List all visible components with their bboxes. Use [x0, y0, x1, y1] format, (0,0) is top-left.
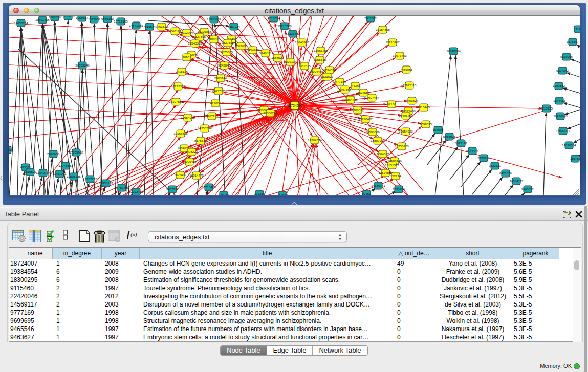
svg-text:9474444: 9474444 [466, 149, 479, 152]
svg-text:16543382: 16543382 [188, 41, 202, 45]
svg-text:10654112: 10654112 [509, 179, 524, 183]
svg-text:18807249: 18807249 [371, 139, 385, 142]
svg-text:19384554: 19384554 [308, 138, 322, 142]
svg-text:16961758: 16961758 [314, 49, 328, 52]
svg-text:20364436: 20364436 [343, 98, 358, 101]
svg-text:1575107: 1575107 [567, 40, 579, 43]
svg-text:125034: 125034 [219, 193, 229, 195]
svg-text:7955812: 7955812 [314, 58, 326, 61]
svg-text:8454749: 8454749 [247, 48, 259, 52]
svg-text:9327505: 9327505 [193, 35, 206, 38]
svg-text:16033809: 16033809 [207, 17, 221, 21]
svg-text:1065326: 1065326 [49, 16, 61, 19]
svg-text:417006: 417006 [210, 101, 221, 105]
svg-text:11353594: 11353594 [198, 126, 212, 130]
svg-text:5938923: 5938923 [443, 135, 456, 138]
svg-text:8578332: 8578332 [194, 139, 207, 142]
svg-text:9699695: 9699695 [420, 122, 432, 126]
svg-text:2935114: 2935114 [477, 156, 490, 160]
svg-text:6379197: 6379197 [455, 141, 468, 145]
svg-text:9329966: 9329966 [560, 55, 573, 58]
svg-text:14671355: 14671355 [129, 24, 143, 27]
svg-text:9327508: 9327508 [222, 41, 234, 45]
svg-text:10688609: 10688609 [365, 130, 380, 134]
svg-text:10653267: 10653267 [61, 16, 75, 18]
svg-text:2803144: 2803144 [214, 76, 227, 80]
svg-text:6734028: 6734028 [323, 68, 336, 72]
svg-text:7463822: 7463822 [156, 25, 168, 28]
svg-text:10210643: 10210643 [553, 114, 568, 118]
svg-text:3498222: 3498222 [185, 150, 198, 154]
svg-text:9884067: 9884067 [377, 152, 389, 156]
svg-text:9242848: 9242848 [218, 63, 231, 67]
svg-text:13975887: 13975887 [58, 164, 73, 167]
svg-text:8267110: 8267110 [206, 114, 218, 118]
svg-text:20691406: 20691406 [35, 18, 50, 21]
svg-text:2020656: 2020656 [47, 152, 60, 156]
svg-text:11451941: 11451941 [52, 172, 67, 176]
svg-text:10607487: 10607487 [365, 96, 379, 99]
svg-text:13300293: 13300293 [263, 111, 277, 115]
svg-text:1362615: 1362615 [298, 64, 311, 68]
svg-text:1588520: 1588520 [271, 56, 284, 59]
svg-text:18640910: 18640910 [295, 40, 309, 44]
svg-text:14136141: 14136141 [371, 184, 385, 187]
svg-text:8471676: 8471676 [499, 171, 512, 175]
svg-text:98901: 98901 [182, 55, 191, 59]
svg-text:1733426: 1733426 [393, 187, 405, 191]
svg-text:92450: 92450 [362, 192, 371, 195]
svg-text:17359928: 17359928 [69, 150, 83, 154]
svg-text:12975115: 12975115 [402, 83, 417, 87]
svg-text:746266: 746266 [350, 84, 361, 87]
svg-text:19654923: 19654923 [399, 129, 413, 133]
svg-text:17957223: 17957223 [83, 177, 97, 181]
svg-text:16107552: 16107552 [169, 100, 183, 103]
svg-text:(x): (x) [130, 231, 137, 238]
svg-text:15720407: 15720407 [358, 117, 373, 121]
svg-text:116753: 116753 [570, 157, 580, 160]
svg-text:16648764: 16648764 [446, 49, 461, 53]
svg-text:7357224: 7357224 [228, 25, 241, 28]
svg-text:62160: 62160 [387, 102, 396, 106]
svg-text:14055714: 14055714 [14, 21, 28, 25]
svg-text:10973493: 10973493 [393, 54, 407, 57]
svg-text:3220137: 3220137 [284, 60, 297, 63]
svg-text:10958107: 10958107 [99, 181, 113, 185]
svg-text:9227342: 9227342 [556, 69, 569, 72]
svg-text:8427552: 8427552 [212, 89, 225, 93]
svg-text:19166825: 19166825 [173, 132, 188, 135]
svg-text:20053346: 20053346 [75, 63, 90, 67]
svg-text:11196: 11196 [574, 27, 580, 31]
svg-text:164095: 164095 [433, 128, 444, 132]
svg-text:109234: 109234 [254, 192, 265, 195]
svg-text:17016504: 17016504 [562, 143, 576, 147]
svg-text:18724007: 18724007 [287, 104, 302, 107]
svg-text:1621022: 1621022 [321, 75, 334, 78]
svg-text:1156829: 1156829 [24, 170, 36, 173]
svg-text:2087682: 2087682 [364, 16, 377, 20]
svg-text:8186323: 8186323 [208, 37, 221, 41]
svg-text:7625402: 7625402 [174, 173, 187, 177]
svg-text:9245652: 9245652 [521, 187, 534, 191]
svg-text:10756928: 10756928 [395, 144, 409, 148]
svg-text:16782759: 16782759 [115, 186, 129, 189]
svg-text:3875685: 3875685 [221, 50, 233, 54]
svg-text:8912954: 8912954 [181, 31, 193, 34]
svg-text:15226058: 15226058 [197, 30, 211, 33]
svg-text:16914479: 16914479 [189, 173, 204, 177]
svg-text:8660124: 8660124 [169, 29, 182, 33]
svg-text:16154808: 16154808 [376, 28, 390, 31]
svg-text:3624554: 3624554 [357, 91, 370, 94]
svg-text:15692071: 15692071 [556, 129, 570, 133]
svg-text:7515524: 7515524 [143, 25, 156, 28]
svg-text:2718126: 2718126 [176, 70, 188, 73]
svg-text:152214: 152214 [390, 174, 401, 178]
svg-text:8215955: 8215955 [540, 106, 553, 110]
svg-text:12213309: 12213309 [171, 84, 185, 88]
svg-text:1209382: 1209382 [553, 84, 565, 87]
svg-text:1244415: 1244415 [553, 99, 566, 102]
svg-text:9146821: 9146821 [259, 51, 272, 55]
svg-text:10719185: 10719185 [114, 19, 128, 23]
svg-text:1065527: 1065527 [76, 16, 89, 19]
svg-text:6466160: 6466160 [101, 17, 114, 20]
